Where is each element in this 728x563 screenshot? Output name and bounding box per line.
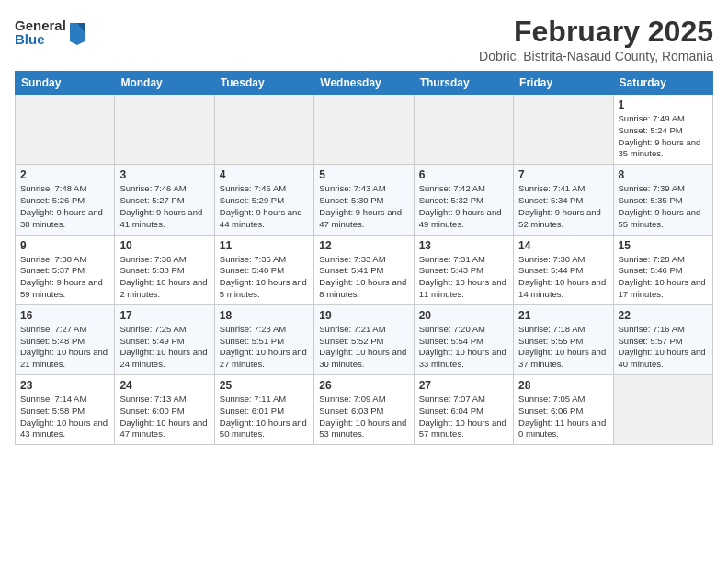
day-info: Sunrise: 7:20 AM Sunset: 5:54 PM Dayligh…	[419, 324, 508, 371]
day-number: 15	[619, 239, 708, 252]
calendar-week-1: 1Sunrise: 7:49 AM Sunset: 5:24 PM Daylig…	[16, 95, 713, 165]
day-info: Sunrise: 7:46 AM Sunset: 5:27 PM Dayligh…	[119, 183, 209, 230]
day-info: Sunrise: 7:41 AM Sunset: 5:34 PM Dayligh…	[518, 183, 608, 230]
day-info: Sunrise: 7:13 AM Sunset: 6:00 PM Dayligh…	[119, 394, 209, 441]
logo-general-text: General	[15, 18, 66, 32]
day-header-wednesday: Wednesday	[314, 72, 414, 95]
calendar-week-5: 23Sunrise: 7:14 AM Sunset: 5:58 PM Dayli…	[16, 375, 713, 445]
calendar-cell	[314, 95, 414, 165]
day-number: 6	[419, 168, 508, 181]
calendar-cell: 10Sunrise: 7:36 AM Sunset: 5:38 PM Dayli…	[115, 235, 214, 304]
calendar-cell: 9Sunrise: 7:38 AM Sunset: 5:37 PM Daylig…	[16, 235, 115, 304]
calendar-cell: 12Sunrise: 7:33 AM Sunset: 5:41 PM Dayli…	[314, 235, 414, 304]
calendar-week-3: 9Sunrise: 7:38 AM Sunset: 5:37 PM Daylig…	[16, 235, 713, 304]
day-number: 4	[220, 168, 309, 181]
day-number: 26	[319, 379, 408, 392]
day-info: Sunrise: 7:09 AM Sunset: 6:03 PM Dayligh…	[319, 394, 408, 441]
day-info: Sunrise: 7:28 AM Sunset: 5:46 PM Dayligh…	[619, 254, 708, 301]
calendar-cell	[214, 95, 313, 165]
calendar: SundayMondayTuesdayWednesdayThursdayFrid…	[15, 71, 713, 445]
day-number: 20	[419, 309, 508, 322]
calendar-cell: 2Sunrise: 7:48 AM Sunset: 5:26 PM Daylig…	[16, 165, 115, 235]
day-header-tuesday: Tuesday	[214, 72, 313, 95]
calendar-week-2: 2Sunrise: 7:48 AM Sunset: 5:26 PM Daylig…	[16, 165, 713, 235]
day-number: 21	[518, 309, 608, 322]
day-number: 17	[119, 309, 209, 322]
calendar-cell: 20Sunrise: 7:20 AM Sunset: 5:54 PM Dayli…	[414, 304, 513, 374]
day-number: 13	[419, 239, 508, 252]
calendar-cell: 22Sunrise: 7:16 AM Sunset: 5:57 PM Dayli…	[613, 304, 712, 374]
day-info: Sunrise: 7:14 AM Sunset: 5:58 PM Dayligh…	[20, 394, 109, 441]
header: General Blue February 2025 Dobric, Bistr…	[15, 15, 713, 63]
logo-icon	[68, 19, 86, 45]
calendar-cell: 23Sunrise: 7:14 AM Sunset: 5:58 PM Dayli…	[16, 375, 115, 445]
day-number: 11	[220, 239, 309, 252]
calendar-cell: 5Sunrise: 7:43 AM Sunset: 5:30 PM Daylig…	[314, 165, 414, 235]
day-number: 27	[419, 379, 508, 392]
day-number: 10	[119, 239, 209, 252]
calendar-cell: 26Sunrise: 7:09 AM Sunset: 6:03 PM Dayli…	[314, 375, 414, 445]
day-number: 23	[20, 379, 109, 392]
day-info: Sunrise: 7:45 AM Sunset: 5:29 PM Dayligh…	[220, 183, 309, 230]
day-number: 12	[319, 239, 408, 252]
day-info: Sunrise: 7:49 AM Sunset: 5:24 PM Dayligh…	[619, 113, 708, 160]
calendar-cell: 17Sunrise: 7:25 AM Sunset: 5:49 PM Dayli…	[115, 304, 214, 374]
day-info: Sunrise: 7:31 AM Sunset: 5:43 PM Dayligh…	[419, 254, 508, 301]
logo: General Blue	[15, 18, 86, 46]
day-number: 8	[619, 168, 708, 181]
calendar-cell: 19Sunrise: 7:21 AM Sunset: 5:52 PM Dayli…	[314, 304, 414, 374]
calendar-cell: 4Sunrise: 7:45 AM Sunset: 5:29 PM Daylig…	[214, 165, 313, 235]
calendar-cell: 25Sunrise: 7:11 AM Sunset: 6:01 PM Dayli…	[214, 375, 313, 445]
day-info: Sunrise: 7:23 AM Sunset: 5:51 PM Dayligh…	[220, 324, 309, 371]
day-header-friday: Friday	[514, 72, 613, 95]
day-number: 1	[619, 98, 708, 111]
day-number: 7	[518, 168, 608, 181]
day-info: Sunrise: 7:11 AM Sunset: 6:01 PM Dayligh…	[220, 394, 309, 441]
day-info: Sunrise: 7:25 AM Sunset: 5:49 PM Dayligh…	[119, 324, 209, 371]
calendar-cell: 18Sunrise: 7:23 AM Sunset: 5:51 PM Dayli…	[214, 304, 313, 374]
calendar-cell: 3Sunrise: 7:46 AM Sunset: 5:27 PM Daylig…	[115, 165, 214, 235]
day-info: Sunrise: 7:39 AM Sunset: 5:35 PM Dayligh…	[619, 183, 708, 230]
day-info: Sunrise: 7:35 AM Sunset: 5:40 PM Dayligh…	[220, 254, 309, 301]
calendar-cell	[613, 375, 712, 445]
calendar-cell: 24Sunrise: 7:13 AM Sunset: 6:00 PM Dayli…	[115, 375, 214, 445]
calendar-cell: 21Sunrise: 7:18 AM Sunset: 5:55 PM Dayli…	[514, 304, 613, 374]
day-number: 25	[220, 379, 309, 392]
day-number: 19	[319, 309, 408, 322]
calendar-cell: 7Sunrise: 7:41 AM Sunset: 5:34 PM Daylig…	[514, 165, 613, 235]
calendar-cell: 28Sunrise: 7:05 AM Sunset: 6:06 PM Dayli…	[514, 375, 613, 445]
day-info: Sunrise: 7:07 AM Sunset: 6:04 PM Dayligh…	[419, 394, 508, 441]
day-number: 24	[119, 379, 209, 392]
calendar-cell: 6Sunrise: 7:42 AM Sunset: 5:32 PM Daylig…	[414, 165, 513, 235]
day-number: 22	[619, 309, 708, 322]
day-header-monday: Monday	[115, 72, 214, 95]
day-number: 18	[220, 309, 309, 322]
calendar-cell: 14Sunrise: 7:30 AM Sunset: 5:44 PM Dayli…	[514, 235, 613, 304]
day-info: Sunrise: 7:21 AM Sunset: 5:52 PM Dayligh…	[319, 324, 408, 371]
day-info: Sunrise: 7:30 AM Sunset: 5:44 PM Dayligh…	[518, 254, 608, 301]
calendar-cell: 1Sunrise: 7:49 AM Sunset: 5:24 PM Daylig…	[613, 95, 712, 165]
day-header-saturday: Saturday	[613, 72, 712, 95]
day-info: Sunrise: 7:27 AM Sunset: 5:48 PM Dayligh…	[20, 324, 109, 371]
title-area: February 2025 Dobric, Bistrita-Nasaud Co…	[479, 15, 713, 63]
calendar-cell: 15Sunrise: 7:28 AM Sunset: 5:46 PM Dayli…	[613, 235, 712, 304]
calendar-cell	[16, 95, 115, 165]
day-number: 3	[119, 168, 209, 181]
day-number: 28	[518, 379, 608, 392]
day-info: Sunrise: 7:33 AM Sunset: 5:41 PM Dayligh…	[319, 254, 408, 301]
day-info: Sunrise: 7:42 AM Sunset: 5:32 PM Dayligh…	[419, 183, 508, 230]
day-header-thursday: Thursday	[414, 72, 513, 95]
logo-blue-text: Blue	[15, 32, 66, 46]
calendar-cell: 13Sunrise: 7:31 AM Sunset: 5:43 PM Dayli…	[414, 235, 513, 304]
day-number: 14	[518, 239, 608, 252]
day-number: 16	[20, 309, 109, 322]
calendar-cell: 27Sunrise: 7:07 AM Sunset: 6:04 PM Dayli…	[414, 375, 513, 445]
day-number: 2	[20, 168, 109, 181]
calendar-header-row: SundayMondayTuesdayWednesdayThursdayFrid…	[16, 72, 713, 95]
day-info: Sunrise: 7:48 AM Sunset: 5:26 PM Dayligh…	[20, 183, 109, 230]
calendar-cell	[115, 95, 214, 165]
day-info: Sunrise: 7:38 AM Sunset: 5:37 PM Dayligh…	[20, 254, 109, 301]
day-info: Sunrise: 7:05 AM Sunset: 6:06 PM Dayligh…	[518, 394, 608, 441]
day-info: Sunrise: 7:43 AM Sunset: 5:30 PM Dayligh…	[319, 183, 408, 230]
calendar-cell: 8Sunrise: 7:39 AM Sunset: 5:35 PM Daylig…	[613, 165, 712, 235]
